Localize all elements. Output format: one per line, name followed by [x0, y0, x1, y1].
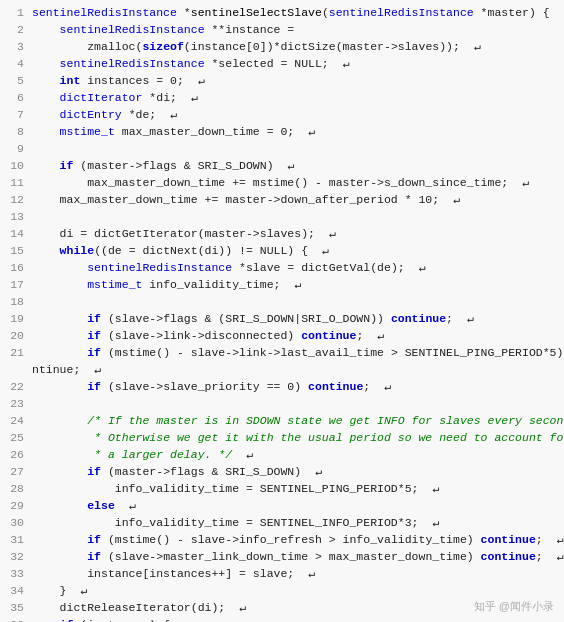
code-line: 15 while((de = dictNext(di)) != NULL) { …	[0, 242, 564, 259]
line-number: 3	[4, 38, 32, 55]
code-line: 31 if (mstime() - slave->info_refresh > …	[0, 531, 564, 548]
line-content: if (slave->link->disconnected) continue;…	[32, 327, 560, 344]
line-number: 1	[4, 4, 32, 21]
line-number: 9	[4, 140, 32, 157]
line-content: if (master->flags & SRI_S_DOWN) ↵	[32, 157, 560, 174]
line-number: 21	[4, 344, 32, 361]
code-line: 11 max_master_down_time += mstime() - ma…	[0, 174, 564, 191]
line-number: 33	[4, 565, 32, 582]
code-line: 3 zmalloc(sizeof(instance[0])*dictSize(m…	[0, 38, 564, 55]
line-number: 36	[4, 616, 32, 622]
code-line: 8 mstime_t max_master_down_time = 0; ↵	[0, 123, 564, 140]
line-content: while((de = dictNext(di)) != NULL) { ↵	[32, 242, 560, 259]
line-content: * Otherwise we get it with the usual per…	[32, 429, 564, 446]
line-number: 4	[4, 55, 32, 72]
code-line: 14 di = dictGetIterator(master->slaves);…	[0, 225, 564, 242]
line-content: if (mstime() - slave->link->last_avail_t…	[32, 344, 564, 361]
line-content: sentinelRedisInstance *sentinelSelectSla…	[32, 4, 564, 21]
code-line: 32 if (slave->master_link_down_time > ma…	[0, 548, 564, 565]
code-line: 33 instance[instances++] = slave; ↵	[0, 565, 564, 582]
code-line: ntinue; ↵	[0, 361, 564, 378]
code-line: 13	[0, 208, 564, 225]
code-line: 25 * Otherwise we get it with the usual …	[0, 429, 564, 446]
code-line: 16 sentinelRedisInstance *slave = dictGe…	[0, 259, 564, 276]
line-number: 18	[4, 293, 32, 310]
code-line: 34 } ↵	[0, 582, 564, 599]
line-number: 24	[4, 412, 32, 429]
line-content: if (master->flags & SRI_S_DOWN) ↵	[32, 463, 560, 480]
line-content: max_master_down_time += master->down_aft…	[32, 191, 560, 208]
line-number: 26	[4, 446, 32, 463]
line-content: if (slave->master_link_down_time > max_m…	[32, 548, 563, 565]
watermark: 知乎 @闻件小录	[474, 599, 554, 614]
line-number: 7	[4, 106, 32, 123]
line-content: if (slave->flags & (SRI_S_DOWN|SRI_O_DOW…	[32, 310, 560, 327]
code-line: 4 sentinelRedisInstance *selected = NULL…	[0, 55, 564, 72]
line-content: mstime_t info_validity_time; ↵	[32, 276, 560, 293]
line-content: else ↵	[32, 497, 560, 514]
code-line: 30 info_validity_time = SENTINEL_INFO_PE…	[0, 514, 564, 531]
code-line: 36 if (instances) { ↵	[0, 616, 564, 622]
line-number: 28	[4, 480, 32, 497]
line-number: 23	[4, 395, 32, 412]
line-content: if (instances) { ↵	[32, 616, 560, 622]
line-number: 6	[4, 89, 32, 106]
code-line: 1sentinelRedisInstance *sentinelSelectSl…	[0, 4, 564, 21]
line-number: 31	[4, 531, 32, 548]
line-content: dictEntry *de; ↵	[32, 106, 560, 123]
code-line: 23	[0, 395, 564, 412]
code-line: 2 sentinelRedisInstance **instance =	[0, 21, 564, 38]
code-line: 9	[0, 140, 564, 157]
code-line: 22 if (slave->slave_priority == 0) conti…	[0, 378, 564, 395]
code-line: 27 if (master->flags & SRI_S_DOWN) ↵	[0, 463, 564, 480]
code-line: 26 * a larger delay. */ ↵	[0, 446, 564, 463]
line-number: 27	[4, 463, 32, 480]
line-content: dictIterator *di; ↵	[32, 89, 560, 106]
line-content: di = dictGetIterator(master->slaves); ↵	[32, 225, 560, 242]
line-number: 10	[4, 157, 32, 174]
line-number: 20	[4, 327, 32, 344]
line-content: sentinelRedisInstance *slave = dictGetVa…	[32, 259, 560, 276]
line-number: 14	[4, 225, 32, 242]
code-line: 18	[0, 293, 564, 310]
line-number: 5	[4, 72, 32, 89]
code-line: 24 /* If the master is in SDOWN state we…	[0, 412, 564, 429]
code-line: 6 dictIterator *di; ↵	[0, 89, 564, 106]
line-content: max_master_down_time += mstime() - maste…	[32, 174, 560, 191]
code-line: 28 info_validity_time = SENTINEL_PING_PE…	[0, 480, 564, 497]
line-content: info_validity_time = SENTINEL_PING_PERIO…	[32, 480, 560, 497]
code-line: 20 if (slave->link->disconnected) contin…	[0, 327, 564, 344]
line-content: mstime_t max_master_down_time = 0; ↵	[32, 123, 560, 140]
line-content: sentinelRedisInstance *selected = NULL; …	[32, 55, 560, 72]
line-number: 8	[4, 123, 32, 140]
line-number: 25	[4, 429, 32, 446]
line-number: 19	[4, 310, 32, 327]
line-content: if (slave->slave_priority == 0) continue…	[32, 378, 560, 395]
code-line: 10 if (master->flags & SRI_S_DOWN) ↵	[0, 157, 564, 174]
line-number: 29	[4, 497, 32, 514]
line-content: } ↵	[32, 582, 560, 599]
line-number: 22	[4, 378, 32, 395]
line-content: zmalloc(sizeof(instance[0])*dictSize(mas…	[32, 38, 560, 55]
line-content: * a larger delay. */ ↵	[32, 446, 560, 463]
line-content: int instances = 0; ↵	[32, 72, 560, 89]
line-content: sentinelRedisInstance **instance =	[32, 21, 560, 38]
code-line: 12 max_master_down_time += master->down_…	[0, 191, 564, 208]
line-content: instance[instances++] = slave; ↵	[32, 565, 560, 582]
line-number: 11	[4, 174, 32, 191]
code-block: 1sentinelRedisInstance *sentinelSelectSl…	[0, 0, 564, 622]
line-number: 12	[4, 191, 32, 208]
code-line: 5 int instances = 0; ↵	[0, 72, 564, 89]
line-content: info_validity_time = SENTINEL_INFO_PERIO…	[32, 514, 560, 531]
line-content: /* If the master is in SDOWN state we ge…	[32, 412, 564, 429]
line-number: 16	[4, 259, 32, 276]
line-number: 32	[4, 548, 32, 565]
line-content: ntinue; ↵	[32, 361, 560, 378]
line-number: 13	[4, 208, 32, 225]
line-number: 30	[4, 514, 32, 531]
line-number: 15	[4, 242, 32, 259]
code-line: 21 if (mstime() - slave->link->last_avai…	[0, 344, 564, 361]
code-line: 7 dictEntry *de; ↵	[0, 106, 564, 123]
line-content: if (mstime() - slave->info_refresh > inf…	[32, 531, 563, 548]
line-number: 2	[4, 21, 32, 38]
